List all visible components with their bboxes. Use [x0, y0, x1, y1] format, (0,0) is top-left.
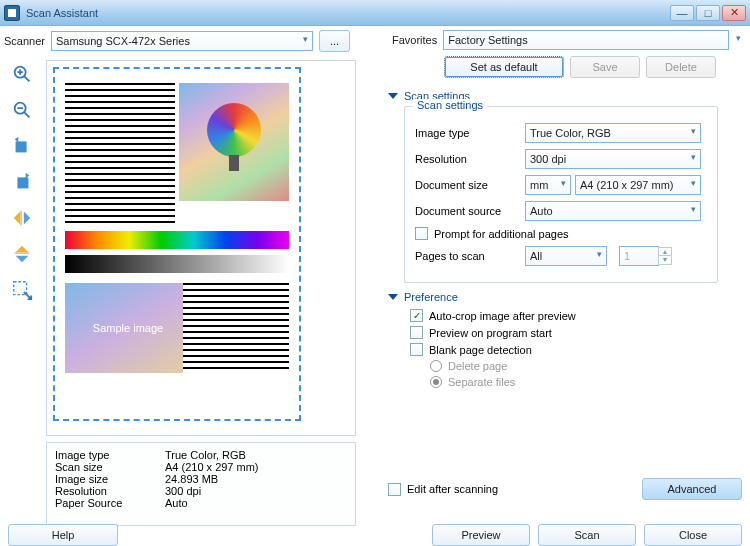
image-type-select[interactable]: True Color, RGB	[525, 123, 701, 143]
separate-files-label: Separate files	[448, 376, 515, 388]
resolution-label: Resolution	[415, 153, 525, 165]
info-scan-size-key: Scan size	[55, 461, 165, 473]
separate-files-radio	[430, 376, 442, 388]
blank-page-checkbox[interactable]	[410, 343, 423, 356]
autocrop-checkbox[interactable]: ✓	[410, 309, 423, 322]
app-icon	[4, 5, 20, 21]
pages-spin-up: ▲	[658, 247, 672, 256]
svg-line-1	[24, 76, 30, 82]
info-image-type-val: True Color, RGB	[165, 449, 246, 461]
document-size-select[interactable]: A4 (210 x 297 mm)	[575, 175, 701, 195]
window-title: Scan Assistant	[26, 7, 98, 19]
pages-spin-down: ▼	[658, 256, 672, 265]
marquee-button[interactable]	[8, 276, 36, 304]
help-button[interactable]: Help	[8, 524, 118, 546]
info-image-size-key: Image size	[55, 473, 165, 485]
edit-after-scanning-label: Edit after scanning	[407, 483, 498, 495]
close-button[interactable]: Close	[644, 524, 742, 546]
preference-group: ✓Auto-crop image after preview Preview o…	[410, 309, 742, 388]
flip-button[interactable]	[8, 240, 36, 268]
scan-settings-group: Scan settings Image typeTrue Color, RGB …	[404, 106, 718, 283]
autocrop-label: Auto-crop image after preview	[429, 310, 576, 322]
title-bar: Scan Assistant — □ ✕	[0, 0, 750, 26]
crop-marquee[interactable]: Sample image	[53, 67, 301, 421]
scan-settings-legend: Scan settings	[413, 99, 487, 111]
delete-page-radio	[430, 360, 442, 372]
sample-image-label: Sample image	[65, 283, 191, 373]
sample-image: Sample image	[59, 73, 295, 415]
collapse-icon	[388, 93, 398, 99]
browse-scanner-button[interactable]: ...	[319, 30, 350, 52]
edit-after-scanning-checkbox[interactable]	[388, 483, 401, 496]
svg-rect-7	[16, 141, 27, 152]
minimize-button[interactable]: —	[670, 5, 694, 21]
preview-pane[interactable]: Sample image	[46, 60, 356, 436]
rotate-right-button[interactable]	[8, 168, 36, 196]
info-resolution-key: Resolution	[55, 485, 165, 497]
document-source-label: Document source	[415, 205, 525, 217]
zoom-out-button[interactable]	[8, 96, 36, 124]
zoom-in-button[interactable]	[8, 60, 36, 88]
svg-line-5	[24, 112, 30, 118]
pages-to-scan-label: Pages to scan	[415, 250, 525, 262]
image-type-label: Image type	[415, 127, 525, 139]
preview-button[interactable]: Preview	[432, 524, 530, 546]
document-size-unit-select[interactable]: mm	[525, 175, 571, 195]
preview-on-start-label: Preview on program start	[429, 327, 552, 339]
color-bar	[65, 231, 289, 249]
gray-ramp	[65, 255, 289, 273]
rotate-left-button[interactable]	[8, 132, 36, 160]
info-scan-size-val: A4 (210 x 297 mm)	[165, 461, 259, 473]
advanced-button[interactable]: Advanced	[642, 478, 742, 500]
maximize-button[interactable]: □	[696, 5, 720, 21]
tool-column	[6, 60, 38, 304]
blank-page-label: Blank page detection	[429, 344, 532, 356]
info-image-size-val: 24.893 MB	[165, 473, 218, 485]
collapse-icon	[388, 294, 398, 300]
prompt-pages-label: Prompt for additional pages	[434, 228, 569, 240]
scanner-label: Scanner	[4, 35, 45, 47]
info-paper-source-key: Paper Source	[55, 497, 165, 509]
mirror-button[interactable]	[8, 204, 36, 232]
info-image-type-key: Image type	[55, 449, 165, 461]
scan-button[interactable]: Scan	[538, 524, 636, 546]
balloon-image	[179, 83, 289, 201]
info-panel: Image typeTrue Color, RGB Scan sizeA4 (2…	[46, 442, 356, 526]
document-size-label: Document size	[415, 179, 525, 191]
pages-to-scan-select[interactable]: All	[525, 246, 607, 266]
delete-page-label: Delete page	[448, 360, 507, 372]
close-window-button[interactable]: ✕	[722, 5, 746, 21]
preview-on-start-checkbox[interactable]	[410, 326, 423, 339]
info-resolution-val: 300 dpi	[165, 485, 201, 497]
preference-header[interactable]: Preference	[388, 291, 742, 303]
prompt-pages-checkbox[interactable]	[415, 227, 428, 240]
document-source-select[interactable]: Auto	[525, 201, 701, 221]
info-paper-source-val: Auto	[165, 497, 188, 509]
svg-rect-8	[17, 177, 28, 188]
pages-count-input	[619, 246, 659, 266]
scanner-select[interactable]: Samsung SCX-472x Series	[51, 31, 313, 51]
resolution-select[interactable]: 300 dpi	[525, 149, 701, 169]
